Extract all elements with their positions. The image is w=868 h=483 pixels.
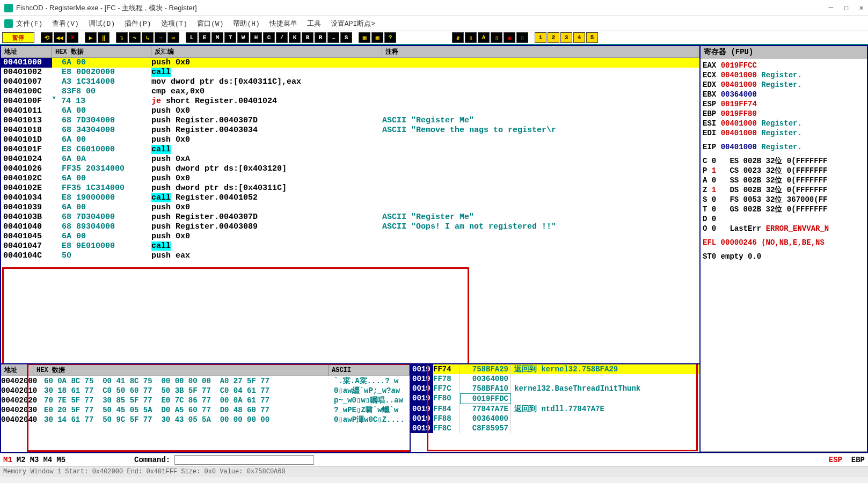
n4-button[interactable]: 4 [573, 32, 585, 43]
grid2-button[interactable]: ▦ [371, 32, 383, 43]
t-button[interactable]: T [224, 32, 236, 43]
stack-row[interactable]: 0019FF800019FFDC [411, 393, 699, 404]
m5-tab[interactable]: M5 [56, 456, 65, 464]
disasm-row[interactable]: 00401045 6A 00push 0x0 [1, 232, 699, 241]
stack-pane[interactable]: 0019FF74758BFA29返回到 kernel32.758BFA29001… [410, 364, 699, 452]
disasm-row[interactable]: 00401011 6A 00push 0x0 [1, 106, 699, 116]
disasm-row[interactable]: 00401040 68 89304000push Register.004030… [1, 222, 699, 232]
step-back-button[interactable]: ◀◀ [54, 32, 65, 43]
dump-col-addr[interactable]: 地址 [1, 364, 33, 376]
disasm-row[interactable]: 00401002 E8 0D020000call [1, 68, 699, 77]
n3-button[interactable]: 3 [560, 32, 572, 43]
dump-pane[interactable]: 地址 HEX 数据 ASCII 0040200060 0A 8C 75 00 4… [1, 364, 410, 452]
dump-col-ascii[interactable]: ASCII [329, 365, 410, 375]
menu-options[interactable]: 选项(T) [161, 19, 187, 28]
disasm-view[interactable]: 00401000 6A 00push 0x000401002 E8 0D0200… [1, 58, 699, 363]
dump-row[interactable]: 00402030E0 20 5F 77 50 45 05 5A D0 A5 60… [1, 405, 410, 415]
pause2-button[interactable]: ‖ [98, 32, 110, 43]
disasm-row[interactable]: 0040103B 68 7D304000push Register.004030… [1, 213, 699, 222]
opt6-button[interactable]: ▯ [516, 32, 528, 43]
run-to-button[interactable]: → [155, 32, 166, 43]
minimize-button[interactable]: — [829, 3, 833, 12]
l-button[interactable]: L [186, 32, 198, 43]
c-button[interactable]: C [263, 32, 275, 43]
opt2-button[interactable]: ▯ [465, 32, 477, 43]
menu-window[interactable]: 窗口(W) [197, 19, 223, 28]
dump-row[interactable]: 0040204030 14 61 77 50 9C 5F 77 30 43 05… [1, 415, 410, 425]
restart-button[interactable]: ⟲ [41, 32, 53, 43]
disasm-row[interactable]: 0040102E FF35 1C314000push dword ptr ds:… [1, 184, 699, 193]
b-button[interactable]: B [302, 32, 313, 43]
command-input[interactable] [174, 455, 314, 465]
n5-button[interactable]: 5 [586, 32, 598, 43]
col-comment[interactable]: 注释 [382, 46, 699, 57]
disasm-row[interactable]: 00401007 A3 1C314000mov dword ptr ds:[0x… [1, 77, 699, 87]
step-over-button[interactable]: ↷ [129, 32, 141, 43]
disasm-row[interactable]: 00401024 6A 0Apush 0xA [1, 155, 699, 164]
disasm-row[interactable]: 0040101D 6A 00push 0x0 [1, 135, 699, 145]
r-button[interactable]: R [315, 32, 326, 43]
menu-file[interactable]: 文件(F) [16, 19, 42, 28]
disasm-row[interactable]: 00401034 E8 19000000call Register.004010… [1, 193, 699, 203]
k-button[interactable]: K [289, 32, 301, 43]
esp-ebp-label[interactable]: ESP EBP [829, 456, 865, 464]
h-button[interactable]: H [250, 32, 262, 43]
dump-col-hex[interactable]: HEX 数据 [33, 364, 329, 376]
col-disasm[interactable]: 反汇编 [151, 46, 382, 57]
stack-row[interactable]: 0019FF7C758BFA10kernel32.BaseThreadInitT… [411, 384, 699, 393]
w-button[interactable]: W [237, 32, 249, 43]
col-addr[interactable]: 地址 [1, 46, 52, 57]
stack-row[interactable]: 0019FF7800364000 [411, 374, 699, 384]
n2-button[interactable]: 2 [548, 32, 559, 43]
registers-view[interactable]: 寄存器 (FPU) EAX 0019FFCC ECX 00401000 Regi… [701, 46, 867, 452]
disasm-row[interactable]: 00401039 6A 00push 0x0 [1, 203, 699, 213]
opt4-button[interactable]: ▯ [491, 32, 502, 43]
disasm-row[interactable]: 0040102C 6A 00push 0x0 [1, 174, 699, 184]
col-hex[interactable]: HEX 数据 [52, 46, 151, 57]
dump-row[interactable]: 0040201030 18 61 77 C0 50 60 77 50 3B 5F… [1, 386, 410, 396]
menu-plugins[interactable]: 插件(P) [125, 19, 151, 28]
m3-tab[interactable]: M3 [30, 456, 39, 464]
menu-debug[interactable]: 调试(D) [89, 19, 115, 28]
opt3-button[interactable]: A [478, 32, 490, 43]
step-into-button[interactable]: ↴ [116, 32, 128, 43]
disasm-row[interactable]: 0040100C 83F8 00cmp eax,0x0 [1, 87, 699, 97]
grid1-button[interactable]: ▦ [359, 32, 370, 43]
menu-api[interactable]: 设置API断点> [331, 19, 375, 28]
disasm-row[interactable]: 0040101F E8 C6010000call [1, 145, 699, 155]
slash-button[interactable]: / [276, 32, 288, 43]
menu-help[interactable]: 帮助(H) [233, 19, 259, 28]
pause-button[interactable]: 暂停 [2, 32, 34, 43]
m2-tab[interactable]: M2 [17, 456, 26, 464]
opt5-button[interactable]: ◉ [504, 32, 515, 43]
disasm-row[interactable]: 0040100F˅ 74 13je short Register.0040102… [1, 97, 699, 106]
stack-row[interactable]: 0019FF8477847A7E返回到 ntdll.77847A7E [411, 404, 699, 414]
menu-view[interactable]: 查看(V) [52, 19, 78, 28]
stack-row[interactable]: 0019FF74758BFA29返回到 kernel32.758BFA29 [411, 364, 699, 374]
trace-button[interactable]: ↦ [167, 32, 179, 43]
menu-tools[interactable]: 工具 [307, 19, 321, 28]
n1-button[interactable]: 1 [535, 32, 546, 43]
disasm-row[interactable]: 00401026 FF35 20314000push dword ptr ds:… [1, 164, 699, 174]
step-out-button[interactable]: ↳ [142, 32, 154, 43]
disasm-row[interactable]: 0040104C 50push eax [1, 251, 699, 261]
dump-row[interactable]: 0040202070 7E 5F 77 30 85 5F 77 E0 7C 86… [1, 396, 410, 405]
disasm-row[interactable]: 00401000 6A 00push 0x0 [1, 58, 699, 68]
maximize-button[interactable]: ☐ [844, 3, 848, 12]
dump-rows[interactable]: 0040200060 0A 8C 75 00 41 8C 75 00 00 00… [1, 376, 410, 425]
run-button[interactable]: ▶ [85, 32, 97, 43]
disasm-row[interactable]: 00401018 68 34304000push Register.004030… [1, 126, 699, 135]
opt1-button[interactable]: ⇵ [452, 32, 464, 43]
help-button[interactable]: ? [384, 32, 396, 43]
disasm-row[interactable]: 00401047 E8 9E010000call [1, 241, 699, 251]
m1-tab[interactable]: M1 [3, 456, 12, 464]
s-button[interactable]: S [340, 32, 352, 43]
menu-quick[interactable]: 快捷菜单 [269, 19, 297, 28]
close-x-button[interactable]: X [67, 32, 78, 43]
stack-row[interactable]: 0019FF8800364000 [411, 414, 699, 423]
stack-row[interactable]: 0019FF8CC8F85957 [411, 423, 699, 433]
dump-row[interactable]: 0040200060 0A 8C 75 00 41 8C 75 00 00 00… [1, 376, 410, 386]
ellipsis-button[interactable]: … [327, 32, 339, 43]
disasm-row[interactable]: 00401013 68 7D304000push Register.004030… [1, 116, 699, 126]
close-button[interactable]: ✕ [859, 3, 864, 12]
